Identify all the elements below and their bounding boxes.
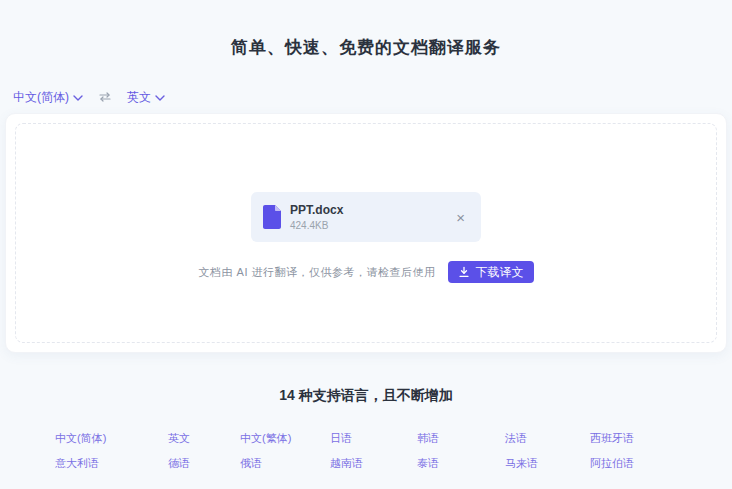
- source-language-select[interactable]: 中文(简体): [13, 89, 83, 106]
- language-bar: 中文(简体) 英文: [13, 89, 732, 105]
- page-title: 简单、快速、免费的文档翻译服务: [0, 0, 732, 59]
- ai-disclaimer-text: 文档由 AI 进行翻译，仅供参考，请检查后使用: [198, 265, 435, 280]
- file-size: 424.4KB: [290, 220, 454, 231]
- download-translation-button[interactable]: 下载译文: [448, 261, 534, 283]
- supported-languages-grid: 中文(简体) 英文 中文(繁体) 日语 韩语 法语 西班牙语 意大利语 德语 俄…: [0, 431, 732, 471]
- language-link[interactable]: 泰语: [417, 456, 505, 471]
- language-link[interactable]: 德语: [168, 456, 240, 471]
- language-link[interactable]: 意大利语: [55, 456, 168, 471]
- target-language-label: 英文: [127, 89, 151, 106]
- language-link[interactable]: 马来语: [505, 456, 590, 471]
- chevron-down-icon: [73, 95, 83, 101]
- language-link[interactable]: 韩语: [417, 431, 505, 446]
- remove-file-icon[interactable]: ×: [454, 208, 467, 227]
- translation-page: 简单、快速、免费的文档翻译服务 中文(简体) 英文: [0, 0, 732, 489]
- action-row: 文档由 AI 进行翻译，仅供参考，请检查后使用 下载译文: [198, 261, 533, 283]
- swap-arrows-icon[interactable]: [99, 92, 111, 102]
- download-button-label: 下载译文: [476, 264, 524, 281]
- language-link[interactable]: 中文(繁体): [240, 431, 330, 446]
- upload-card: PPT.docx 424.4KB × 文档由 AI 进行翻译，仅供参考，请检查后…: [5, 113, 727, 353]
- language-link[interactable]: 中文(简体): [55, 431, 168, 446]
- source-language-label: 中文(简体): [13, 89, 69, 106]
- chevron-down-icon: [155, 95, 165, 101]
- download-icon: [458, 266, 470, 278]
- language-link[interactable]: 法语: [505, 431, 590, 446]
- file-name: PPT.docx: [290, 203, 454, 217]
- language-link[interactable]: 俄语: [240, 456, 330, 471]
- file-meta: PPT.docx 424.4KB: [290, 203, 454, 231]
- language-link[interactable]: 英文: [168, 431, 240, 446]
- document-file-icon: [263, 205, 281, 229]
- supported-languages-title: 14 种支持语言，且不断增加: [0, 387, 732, 405]
- target-language-select[interactable]: 英文: [127, 89, 165, 106]
- upload-dropzone[interactable]: PPT.docx 424.4KB × 文档由 AI 进行翻译，仅供参考，请检查后…: [15, 123, 717, 343]
- language-link[interactable]: 越南语: [330, 456, 417, 471]
- language-link[interactable]: 日语: [330, 431, 417, 446]
- language-link[interactable]: 西班牙语: [590, 431, 732, 446]
- language-link[interactable]: 阿拉伯语: [590, 456, 732, 471]
- uploaded-file-chip: PPT.docx 424.4KB ×: [251, 192, 481, 242]
